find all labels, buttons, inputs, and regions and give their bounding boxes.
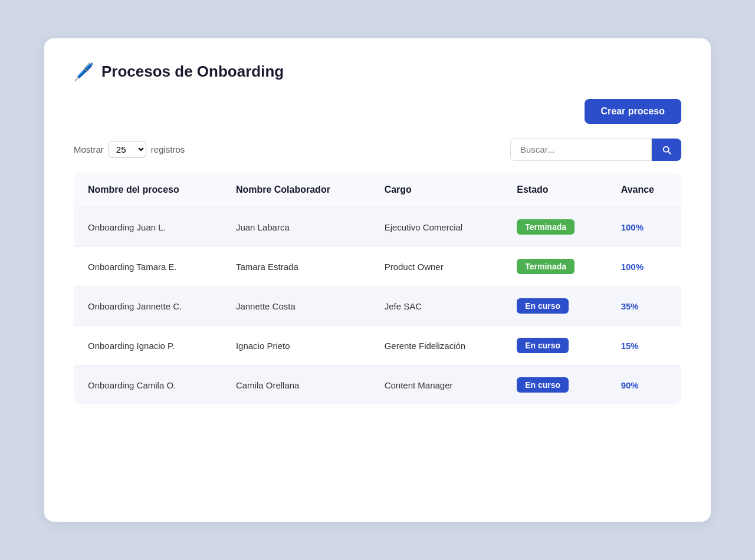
cell-proceso: Onboarding Tamara E. (74, 247, 222, 286)
cell-colaborador: Juan Labarca (222, 207, 370, 247)
status-badge: En curso (517, 377, 569, 393)
table-container: Nombre del proceso Nombre Colaborador Ca… (74, 173, 681, 404)
table-controls: Mostrar 10 25 50 100 registros (74, 138, 681, 161)
page-icon: 🖊️ (74, 62, 94, 81)
main-card: 🖊️ Procesos de Onboarding Crear proceso … (44, 38, 711, 522)
status-badge: En curso (517, 338, 569, 353)
table-row[interactable]: Onboarding Camila O. Camila Orellana Con… (74, 365, 681, 405)
search-icon (661, 144, 672, 155)
cell-proceso: Onboarding Juan L. (74, 207, 222, 247)
entries-control: Mostrar 10 25 50 100 registros (74, 141, 185, 158)
table-row[interactable]: Onboarding Juan L. Juan Labarca Ejecutiv… (74, 207, 681, 247)
page-header: 🖊️ Procesos de Onboarding (74, 62, 681, 81)
col-header-avance: Avance (607, 173, 681, 207)
cell-avance: 35% (607, 286, 681, 326)
search-container (510, 138, 681, 161)
table-row[interactable]: Onboarding Ignacio P. Ignacio Prieto Ger… (74, 326, 681, 365)
avance-value: 100% (621, 222, 644, 232)
status-badge: Terminada (517, 259, 575, 274)
cell-colaborador: Jannette Costa (222, 286, 370, 326)
cell-cargo: Content Manager (370, 365, 503, 405)
avance-value: 90% (621, 380, 639, 390)
cell-estado: En curso (503, 326, 606, 365)
cell-cargo: Gerente Fidelización (370, 326, 503, 365)
status-badge: Terminada (517, 219, 575, 235)
table-row[interactable]: Onboarding Jannette C. Jannette Costa Je… (74, 286, 681, 326)
cell-estado: Terminada (503, 207, 606, 247)
table-body: Onboarding Juan L. Juan Labarca Ejecutiv… (74, 207, 681, 405)
cell-proceso: Onboarding Ignacio P. (74, 326, 222, 365)
avance-value: 35% (621, 301, 639, 311)
crear-proceso-button[interactable]: Crear proceso (585, 99, 682, 124)
toolbar: Crear proceso (74, 99, 681, 124)
cell-cargo: Ejecutivo Comercial (370, 207, 503, 247)
cell-colaborador: Ignacio Prieto (222, 326, 370, 365)
table-row[interactable]: Onboarding Tamara E. Tamara Estrada Prod… (74, 247, 681, 286)
cell-avance: 15% (607, 326, 681, 365)
cell-colaborador: Camila Orellana (222, 365, 370, 405)
mostrar-label: Mostrar (74, 144, 104, 154)
cell-avance: 100% (607, 207, 681, 247)
cell-estado: Terminada (503, 247, 606, 286)
avance-value: 15% (621, 341, 639, 351)
col-header-colaborador: Nombre Colaborador (222, 173, 370, 207)
page-title: Procesos de Onboarding (101, 62, 284, 81)
col-header-cargo: Cargo (370, 173, 503, 207)
search-input[interactable] (510, 138, 652, 161)
cell-estado: En curso (503, 365, 606, 405)
avance-value: 100% (621, 262, 644, 272)
cell-avance: 90% (607, 365, 681, 405)
entries-select[interactable]: 10 25 50 100 (109, 141, 146, 158)
cell-cargo: Jefe SAC (370, 286, 503, 326)
cell-avance: 100% (607, 247, 681, 286)
col-header-proceso: Nombre del proceso (74, 173, 222, 207)
cell-colaborador: Tamara Estrada (222, 247, 370, 286)
search-button[interactable] (652, 139, 681, 161)
cell-estado: En curso (503, 286, 606, 326)
cell-proceso: Onboarding Camila O. (74, 365, 222, 405)
col-header-estado: Estado (503, 173, 606, 207)
processes-table: Nombre del proceso Nombre Colaborador Ca… (74, 173, 681, 404)
cell-proceso: Onboarding Jannette C. (74, 286, 222, 326)
table-header-row: Nombre del proceso Nombre Colaborador Ca… (74, 173, 681, 207)
registros-label: registros (151, 144, 185, 154)
status-badge: En curso (517, 298, 569, 314)
cell-cargo: Product Owner (370, 247, 503, 286)
